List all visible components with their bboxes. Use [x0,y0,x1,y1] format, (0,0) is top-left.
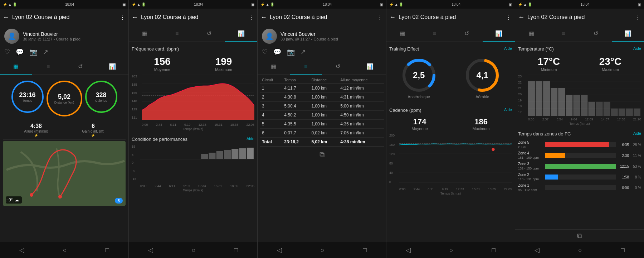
share-icon-3[interactable]: ↗ [301,48,306,56]
temp-aide[interactable]: Aide [633,46,641,51]
comment-icon-1[interactable]: 💬 [16,48,24,56]
map-container[interactable]: Google 9° ☁ 5 [3,141,126,206]
anaer-gauge: 2,5 [401,57,437,93]
tab-chart-1[interactable]: 📊 [96,59,128,75]
metrics-row: 4:38 Allure (min/km) ⚡ 6 Gain d'alt. (m)… [3,121,126,140]
nav-recent-4[interactable]: □ [492,247,496,254]
cond-chart-svg [140,145,254,173]
more-button-2[interactable]: ⋮ [248,13,254,21]
zone-4-pct: 11 % [631,154,641,158]
tab-overview-2[interactable]: ▦ [129,26,161,42]
more-button-1[interactable]: ⋮ [119,13,126,21]
cad-maximum-label: Maximum [473,126,490,131]
tab-chart-2[interactable]: 📊 [225,26,257,42]
cadence-chart-svg [399,134,512,183]
tab-overview-3[interactable]: ▦ [258,59,290,75]
svg-rect-42 [551,88,557,116]
nav-recent-1[interactable]: □ [105,247,109,254]
more-button-4[interactable]: ⋮ [506,13,512,21]
more-button-5[interactable]: ⋮ [635,13,641,21]
zone-2-label: Zone 2113 - 131 bpm [518,173,543,181]
temp-row: 17°C Minimum 23°C Maximum [518,54,641,75]
tab-chart-5[interactable]: 📊 [612,26,644,42]
svg-rect-43 [558,88,565,116]
back-button-5[interactable]: ← [518,14,525,21]
header-3: ← Lyon 02 Course à pied ⋮ [258,9,386,26]
hr-chart-area: 203 185 166 148 129 111 [132,75,254,126]
cad-moyenne: 174 Moyenne [412,117,428,131]
tab-list-1[interactable]: ≡ [32,59,64,75]
zone-2-bar [545,175,558,180]
allure-metric: 4:38 Allure (min/km) ⚡ [24,123,48,137]
zone-1-pct: 0 % [631,186,641,190]
col-allure: Allure moyenne [338,76,384,84]
zone-1-bar-container [545,185,616,190]
nav-home-5[interactable]: ○ [578,247,582,254]
nav-recent-5[interactable]: □ [621,247,625,254]
user-name-1: Vincent Bouvier [23,31,80,37]
bottom-nav-2: ◁ ○ □ [129,242,257,258]
cadence-aide[interactable]: Aide [504,108,512,112]
tab-list-5[interactable]: ≡ [547,26,580,42]
content-1: 23:16 Temps 5,02 Distance (km) 328 Calor… [0,75,128,242]
back-button-4[interactable]: ← [389,14,396,21]
zone-row-4: Zone 4151 - 169 bpm 2:30 11 % [518,150,641,161]
back-button-2[interactable]: ← [132,14,138,21]
camera-icon-3[interactable]: 📷 [287,48,295,56]
tab-share-3[interactable]: ↺ [322,59,354,75]
copy-icon[interactable]: ⧉ [319,150,325,159]
action-row-1: ♡ 💬 📷 ↗ [0,47,128,59]
nav-recent-2[interactable]: □ [234,247,238,254]
page-title-2: Lyon 02 Course à pied [141,14,245,20]
panel-4: ⚡ ▲ 🔋 18:04 ▣ ← Lyon 02 Course à pied ⋮ … [386,0,515,258]
tab-overview-1[interactable]: ▦ [0,59,32,75]
share-icon-1[interactable]: ↗ [43,48,48,56]
nav-back-4[interactable]: ◁ [406,246,411,254]
nav-home-2[interactable]: ○ [192,247,196,254]
nav-back-1[interactable]: ◁ [19,246,24,254]
tab-list-3[interactable]: ≡ [290,59,322,75]
tab-chart-3[interactable]: 📊 [354,59,386,75]
back-button-1[interactable]: ← [3,14,9,21]
camera-icon-1[interactable]: 📷 [29,48,37,56]
tab-share-1[interactable]: ↺ [64,59,97,75]
nav-back-2[interactable]: ◁ [148,246,153,254]
nav-home-1[interactable]: ○ [63,247,67,254]
tab-chart-4[interactable]: 📊 [483,26,515,42]
zone-5-label: Zone 5> 170 [518,140,543,149]
tab-share-2[interactable]: ↺ [193,26,225,42]
zones-aide[interactable]: Aide [633,131,641,135]
nav-home-4[interactable]: ○ [449,247,453,254]
tab-overview-4[interactable]: ▦ [386,26,419,42]
cadence-header: Cadence (ppm) Aide [389,105,512,116]
tab-share-5[interactable]: ↺ [580,26,612,42]
zones-title: Temps dans zones de FC [518,128,571,138]
page-title-3: Lyon 02 Course à pied [270,14,374,20]
back-button-3[interactable]: ← [260,14,267,21]
panel5-copy-icon[interactable]: ⧉ [577,232,582,240]
training-aide[interactable]: Aide [504,46,512,51]
tab-overview-5[interactable]: ▦ [515,26,547,42]
user-info-3: Vincent Bouvier 30 janv. @ 11:27 • Cours… [280,31,338,41]
lap-row-2: 2 4:30,8 1,00 km 4:31 min/km [260,93,384,102]
condition-aide[interactable]: Aide [247,137,254,141]
tab-list-4[interactable]: ≡ [419,26,451,42]
map-temp: 9° [9,197,13,202]
zone-5-time: 6:35 [618,143,629,147]
more-button-3[interactable]: ⋮ [377,13,383,21]
zone-3-bar-container [545,164,616,169]
heart-icon-1[interactable]: ♡ [4,48,10,56]
copy-icon-row: ⧉ [260,147,384,162]
zones-header: Temps dans zones de FC Aide [518,128,641,139]
nav-home-3[interactable]: ○ [321,247,325,254]
header-1: ← Lyon 02 Course à pied ⋮ [0,9,128,26]
hr-moyenne-label: Moyenne [154,67,170,72]
nav-back-3[interactable]: ◁ [277,246,282,254]
tab-list-2[interactable]: ≡ [161,26,193,42]
heart-icon-3[interactable]: ♡ [262,48,268,56]
nav-recent-3[interactable]: □ [363,247,367,254]
comment-icon-3[interactable]: 💬 [273,48,281,56]
tab-share-4[interactable]: ↺ [451,26,483,42]
nav-back-5[interactable]: ◁ [535,246,540,254]
zone-3-bar [545,164,616,169]
